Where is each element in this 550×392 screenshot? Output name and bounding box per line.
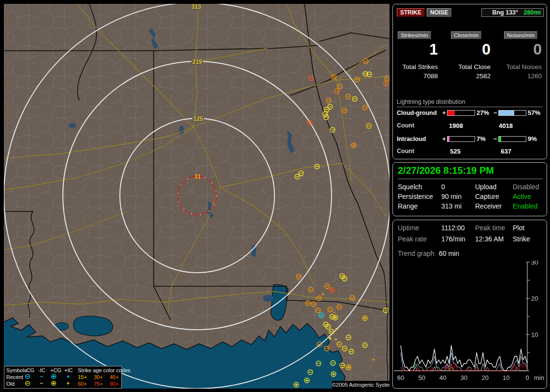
cloud-ground-label: Cloud-ground [397, 110, 437, 116]
ic-pos-bar-fill [448, 137, 449, 141]
y-tick-label: 30 [531, 261, 538, 266]
legend-symbol-p [51, 374, 57, 379]
x-tick-label: 40 [439, 374, 446, 381]
total-noises-value: 1260 [497, 72, 542, 80]
peak-rate-value: 176/min [441, 235, 465, 243]
y-tick-label: 20 [531, 295, 538, 302]
cg-pos-bar [447, 110, 475, 116]
lightning-map[interactable]: 313 219 125 31 Symbols -CG -IC +CG +IC S… [4, 4, 390, 389]
trend-graph-window: 60 min [439, 250, 459, 257]
strikes-per-min-button[interactable]: Strikes/min [398, 31, 431, 39]
app-window: 313 219 125 31 Symbols -CG -IC +CG +IC S… [0, 0, 550, 392]
ic-neg-bar-fill [499, 137, 501, 141]
counters-panel: STRIKE NOISE Bng 133° 280mi Strikes/min … [392, 4, 547, 159]
legend-symbol-n [25, 380, 30, 386]
range-label: Range [398, 202, 418, 210]
legend-symbol-u [65, 374, 71, 379]
trend-graph-chart: 1020306050403020100min [394, 261, 547, 385]
y-tick-label: 10 [531, 331, 538, 338]
legend-header-age-codes: Strike age color codes [78, 367, 130, 374]
ring-label-125: 125 [192, 116, 204, 122]
ic-neg-percent: 9% [528, 135, 537, 142]
age-code-60+: 60+ [78, 380, 87, 387]
strike-mode-button[interactable]: STRIKE [397, 8, 425, 17]
age-code-30+: 30+ [94, 374, 103, 380]
legend-header-cg-neg: -CG [25, 367, 34, 374]
x-axis-unit-label: min [534, 374, 544, 381]
legend-old-row: Old 60+75+90+ [4, 380, 121, 387]
legend-symbol-p [51, 380, 57, 386]
trend-series--CG [401, 353, 527, 371]
close-per-min-value: 0 [451, 41, 491, 57]
cg-neg-bar-fill [499, 111, 514, 115]
plot-value: Strike [513, 235, 530, 243]
legend-header-ic-pos: +IC [64, 367, 72, 374]
peak-time-value: 12:36 AM [475, 235, 504, 243]
cg-neg-count: 4018 [487, 122, 513, 129]
age-code-90+: 90+ [110, 380, 119, 387]
ring-label-219: 219 [191, 59, 203, 65]
ic-count-label: Count [397, 148, 414, 154]
squelch-value: 0 [441, 183, 445, 191]
upload-label: Upload [475, 183, 496, 191]
legend-header-row: Symbols -CG -IC +CG +IC Strike age color… [4, 367, 121, 374]
legend-symbol-m [39, 374, 44, 379]
legend-symbol-m [39, 380, 44, 386]
x-tick-label: 0 [525, 374, 529, 381]
total-strikes-label: Total Strikes [393, 63, 438, 70]
legend-header-symbols: Symbols [6, 367, 27, 374]
ic-pos-count: 525 [436, 148, 461, 155]
cg-pos-percent: 27% [477, 109, 489, 116]
x-tick-label: 30 [461, 374, 467, 381]
bearing-range-value: 280mi [524, 9, 541, 16]
total-close-value: 2582 [446, 72, 491, 80]
squelch-label: Squelch [398, 183, 422, 191]
bearing-display: Bng 133° 280mi [481, 8, 544, 17]
plot-label: Plot [513, 224, 524, 232]
persistence-value: 90 min [441, 193, 462, 200]
legend-header-cg-pos: +CG [50, 367, 61, 374]
ic-neg-count: 637 [487, 148, 511, 155]
status-panel: 2/27/2026 8:15:19 PM Squelch 0 Upload Di… [392, 162, 547, 216]
legend-header-ic-neg: -IC [38, 367, 45, 374]
copyright-notice: ©2005 Astrogenic Systems [332, 381, 390, 389]
noises-per-min-button[interactable]: Noises/min [504, 31, 537, 39]
x-tick-label: 50 [418, 374, 425, 381]
cg-neg-bar [498, 110, 526, 116]
ring-label-31: 31 [193, 174, 202, 180]
ring-label-313: 313 [190, 4, 202, 10]
ic-pos-percent: 7% [477, 135, 486, 142]
cg-count-label: Count [397, 122, 414, 129]
age-code-15+: 15+ [78, 374, 87, 380]
total-strikes-value: 7088 [393, 72, 438, 80]
trend-graph-label: Trend graph [398, 250, 434, 257]
total-close-label: Total Close [446, 63, 491, 70]
receiver-label: Receiver [475, 202, 502, 210]
strikes-per-min-value: 1 [398, 41, 438, 57]
peak-time-label: Peak time [475, 224, 505, 232]
noise-mode-button[interactable]: NOISE [427, 8, 451, 17]
map-legend: Symbols -CG -IC +CG +IC Strike age color… [4, 366, 122, 389]
x-tick-label: 20 [481, 374, 488, 381]
receiver-status: Enabled [513, 202, 537, 210]
sidebar: STRIKE NOISE Bng 133° 280mi Strikes/min … [392, 0, 547, 392]
capture-status: Active [513, 193, 531, 200]
range-value: 313 mi [441, 202, 462, 210]
cg-plus-sign: + [442, 109, 446, 116]
persistence-label: Persistence [398, 193, 433, 200]
distribution-title: Lightning type distribution [397, 98, 543, 107]
ic-minus-sign: − [493, 135, 497, 142]
uptime-value: 1112:00 [441, 224, 465, 232]
ic-neg-bar [498, 136, 526, 142]
bearing-value: Bng 133° [492, 9, 518, 16]
legend-symbol-u [65, 380, 71, 386]
intracloud-label: Intracloud [397, 136, 426, 142]
legend-symbol-n [25, 374, 30, 379]
datetime-display: 2/27/2026 8:15:19 PM [398, 165, 543, 179]
age-code-75+: 75+ [94, 380, 103, 387]
age-code-45+: 45+ [110, 374, 119, 380]
upload-status: Disabled [513, 183, 539, 191]
uptime-label: Uptime [398, 224, 419, 232]
peak-rate-label: Peak rate [398, 235, 427, 243]
close-per-min-button[interactable]: Close/min [451, 31, 481, 39]
